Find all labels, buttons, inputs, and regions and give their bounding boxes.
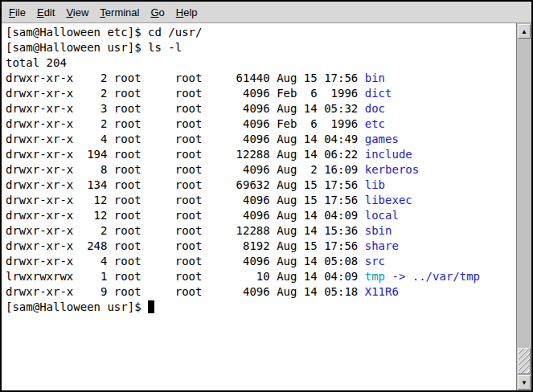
terminal-line: drwxr-xr-x 8 root root 4096 Aug 2 16:09 … [6, 162, 515, 178]
menu-item-view[interactable]: View [60, 4, 94, 21]
menu-item-edit[interactable]: Edit [31, 4, 60, 21]
scrollbar-thumb[interactable] [518, 348, 531, 374]
terminal-line: total 204 [6, 55, 515, 71]
terminal-text-segment: drwxr-xr-x 248 root root 8192 Aug 15 17:… [6, 239, 365, 252]
terminal-viewport: [sam@Halloween etc]$ cd /usr/[sam@Hallow… [2, 23, 531, 390]
terminal-text-segment: drwxr-xr-x 134 root root 69632 Aug 15 17… [6, 178, 365, 191]
terminal-line: drwxr-xr-x 12 root root 4096 Aug 14 04:0… [6, 208, 515, 223]
terminal-text-segment: lib [365, 178, 385, 191]
terminal-text-segment: -> ../var/tmp [385, 270, 480, 283]
terminal-text-segment: drwxr-xr-x 194 root root 12288 Aug 14 06… [6, 148, 365, 161]
scroll-down-button[interactable]: ▼ [518, 375, 531, 390]
terminal-text-segment: drwxr-xr-x 12 root root 4096 Aug 14 04:0… [6, 209, 365, 222]
down-arrow-icon: ▼ [521, 379, 527, 386]
terminal-line: lrwxrwxrwx 1 root root 10 Aug 14 04:09 t… [6, 269, 515, 284]
terminal-line: drwxr-xr-x 248 root root 8192 Aug 15 17:… [6, 239, 515, 254]
terminal-text-segment: games [365, 133, 399, 145]
terminal-line: drwxr-xr-x 4 root root 4096 Aug 14 05:08… [6, 254, 515, 269]
terminal-text-segment: drwxr-xr-x 12 root root 4096 Aug 15 17:5… [6, 194, 365, 206]
terminal-window: FileEditViewTerminalGoHelp [sam@Hallowee… [0, 0, 533, 392]
terminal-text-segment: drwxr-xr-x 8 root root 4096 Aug 2 16:09 [6, 163, 365, 176]
terminal-text-segment: tmp [365, 270, 385, 283]
terminal-text-segment: drwxr-xr-x 4 root root 4096 Aug 14 05:08 [6, 255, 365, 267]
terminal-text-segment: doc [365, 102, 385, 115]
up-arrow-icon: ▲ [521, 28, 527, 35]
menu-item-help[interactable]: Help [170, 4, 203, 21]
menu-item-file[interactable]: File [3, 4, 31, 21]
terminal-line: [sam@Halloween etc]$ cd /usr/ [6, 25, 515, 40]
menu-item-terminal[interactable]: Terminal [94, 4, 145, 21]
terminal-line: drwxr-xr-x 2 root root 4096 Feb 6 1996 d… [6, 86, 515, 101]
terminal-text-segment: lrwxrwxrwx 1 root root 10 Aug 14 04:09 [6, 270, 365, 283]
terminal-text-segment: drwxr-xr-x 2 root root 4096 Feb 6 1996 [6, 87, 365, 100]
terminal-line: drwxr-xr-x 12 root root 4096 Aug 15 17:5… [6, 193, 515, 208]
terminal-cursor [148, 300, 154, 313]
terminal-text-segment: [sam@Halloween usr]$ ls -l [6, 41, 182, 54]
terminal-text-segment: drwxr-xr-x 9 root root 4096 Aug 14 05:18 [6, 285, 365, 298]
terminal-line: drwxr-xr-x 3 root root 4096 Aug 14 05:32… [6, 101, 515, 116]
terminal-text-segment: libexec [365, 194, 412, 206]
terminal-text-segment: include [365, 148, 412, 161]
terminal-line: drwxr-xr-x 134 root root 69632 Aug 15 17… [6, 178, 515, 193]
terminal-text-segment: src [365, 255, 385, 267]
terminal-text-segment: share [365, 239, 399, 252]
terminal-text-segment: kerberos [365, 163, 419, 176]
terminal-text-segment: total 204 [6, 56, 67, 69]
terminal-text-segment: X11R6 [365, 285, 399, 298]
terminal-line: drwxr-xr-x 9 root root 4096 Aug 14 05:18… [6, 284, 515, 300]
terminal-text-segment: drwxr-xr-x 4 root root 4096 Aug 14 04:49 [6, 133, 365, 145]
scroll-up-button[interactable]: ▲ [518, 24, 531, 39]
terminal-text-segment: drwxr-xr-x 2 root root 4096 Feb 6 1996 [6, 117, 365, 130]
terminal-line: drwxr-xr-x 2 root root 4096 Feb 6 1996 e… [6, 116, 515, 132]
terminal-text-segment: etc [365, 117, 385, 130]
menu-bar: FileEditViewTerminalGoHelp [2, 2, 531, 23]
terminal-text-segment: bin [365, 71, 385, 84]
terminal-line: drwxr-xr-x 2 root root 61440 Aug 15 17:5… [6, 71, 515, 86]
terminal-text-segment: drwxr-xr-x 2 root root 12288 Aug 14 15:3… [6, 224, 365, 237]
terminal-text-segment: drwxr-xr-x 2 root root 61440 Aug 15 17:5… [6, 71, 365, 84]
terminal-text-segment: drwxr-xr-x 3 root root 4096 Aug 14 05:32 [6, 102, 365, 115]
terminal-text-segment: sbin [365, 224, 392, 237]
menu-item-go[interactable]: Go [145, 4, 170, 21]
terminal-text-segment: [sam@Halloween usr]$ [6, 300, 148, 313]
terminal-line: [sam@Halloween usr]$ ls -l [6, 40, 515, 55]
terminal-text-segment: dict [365, 87, 392, 100]
terminal-text-segment: [sam@Halloween etc]$ cd /usr/ [6, 26, 202, 39]
terminal-text-segment: local [365, 209, 399, 222]
scrollbar[interactable]: ▲ ▼ [516, 23, 531, 390]
terminal-output[interactable]: [sam@Halloween etc]$ cd /usr/[sam@Hallow… [2, 23, 515, 390]
terminal-line: [sam@Halloween usr]$ [6, 300, 515, 315]
terminal-line: drwxr-xr-x 194 root root 12288 Aug 14 06… [6, 147, 515, 162]
terminal-line: drwxr-xr-x 2 root root 12288 Aug 14 15:3… [6, 223, 515, 239]
terminal-line: drwxr-xr-x 4 root root 4096 Aug 14 04:49… [6, 132, 515, 147]
